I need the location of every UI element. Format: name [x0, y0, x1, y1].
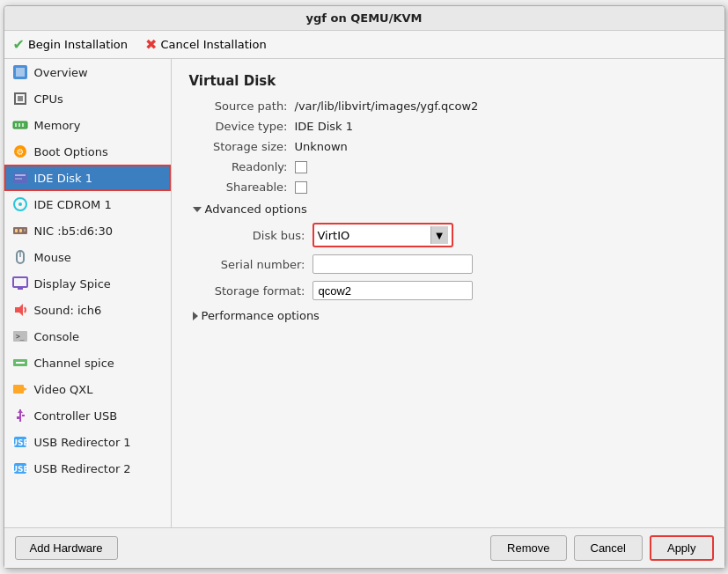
usb-redir-icon: USB — [11, 433, 29, 451]
readonly-label: Readonly: — [189, 160, 295, 173]
performance-arrow-icon — [193, 312, 198, 320]
sidebar-item-mouse[interactable]: Mouse — [4, 244, 171, 270]
svg-rect-12 — [15, 178, 22, 180]
svg-text:>_: >_ — [16, 333, 25, 341]
source-path-label: Source path: — [189, 99, 295, 113]
sidebar-item-controller-usb[interactable]: Controller USB — [4, 402, 171, 429]
sidebar-item-boot-options[interactable]: ⚙ Boot Options — [4, 138, 171, 165]
advanced-options-label: Advanced options — [205, 202, 307, 216]
cpu-icon — [11, 90, 29, 107]
source-path-row: Source path: /var/lib/libvirt/images/ygf… — [189, 99, 707, 113]
sidebar-item-cpus[interactable]: CPUs — [4, 85, 171, 112]
apply-button[interactable]: Apply — [650, 535, 714, 561]
sidebar-item-console[interactable]: >_ Console — [4, 323, 171, 350]
sidebar-item-label: Channel spice — [34, 357, 114, 370]
sidebar-item-memory[interactable]: Memory — [4, 112, 171, 138]
bottom-bar: Add Hardware Remove Cancel Apply — [4, 527, 724, 568]
sidebar-item-ide-disk-1[interactable]: IDE Disk 1 — [4, 165, 171, 191]
advanced-arrow-icon — [193, 207, 202, 212]
sidebar-item-channel-spice[interactable]: Channel spice — [4, 350, 171, 376]
serial-number-input[interactable] — [313, 254, 473, 274]
device-type-row: Device type: IDE Disk 1 — [189, 120, 707, 133]
svg-rect-21 — [13, 277, 27, 287]
svg-point-14 — [18, 202, 22, 206]
advanced-options-section: Disk bus: VirtIO ▼ Serial number: Storag… — [189, 223, 707, 300]
svg-rect-29 — [13, 385, 24, 394]
cdrom-icon — [11, 195, 29, 213]
readonly-row: Readonly: — [189, 160, 707, 173]
disk-bus-select[interactable]: VirtIO ▼ — [313, 223, 453, 247]
svg-rect-3 — [18, 96, 23, 101]
svg-rect-33 — [17, 416, 20, 419]
usb-redir-icon2: USB — [11, 460, 29, 477]
svg-text:USB: USB — [12, 438, 28, 447]
sidebar-item-video-qxl[interactable]: Video QXL — [4, 376, 171, 402]
sidebar-item-sound-ich6[interactable]: Sound: ich6 — [4, 297, 171, 323]
boot-icon: ⚙ — [11, 143, 29, 160]
svg-marker-30 — [24, 387, 27, 391]
svg-rect-7 — [22, 123, 24, 127]
sidebar-item-label: Sound: ich6 — [34, 304, 102, 317]
svg-rect-18 — [24, 229, 26, 232]
sidebar-item-label: Display Spice — [34, 277, 111, 291]
serial-number-label: Serial number: — [207, 258, 313, 271]
storage-format-label: Storage format: — [207, 284, 313, 298]
content-area: Virtual Disk Source path: /var/lib/libvi… — [172, 59, 724, 527]
disk-bus-label: Disk bus: — [207, 229, 313, 242]
x-icon: ✖ — [145, 36, 157, 53]
source-path-value: /var/lib/libvirt/images/ygf.qcow2 — [295, 99, 479, 113]
sound-icon — [11, 301, 29, 319]
sidebar-item-usb-redirector-1[interactable]: USB USB Redirector 1 — [4, 429, 171, 455]
sidebar-item-label: Controller USB — [34, 409, 118, 423]
toolbar: ✔ Begin Installation ✖ Cancel Installati… — [4, 31, 724, 59]
cancel-installation-button[interactable]: ✖ Cancel Installation — [145, 36, 267, 53]
svg-rect-5 — [15, 123, 17, 127]
sidebar-item-label: Mouse — [34, 251, 71, 264]
svg-rect-6 — [18, 123, 20, 127]
svg-text:⚙: ⚙ — [16, 147, 24, 157]
sidebar-item-label: Console — [34, 330, 80, 343]
svg-marker-24 — [15, 304, 23, 316]
disk-bus-row: Disk bus: VirtIO ▼ — [207, 223, 707, 247]
main-area: Overview CPUs Memory ⚙ Boot Options — [4, 59, 724, 527]
sidebar-item-label: NIC :b5:d6:30 — [34, 224, 114, 238]
begin-installation-button[interactable]: ✔ Begin Installation — [13, 36, 129, 53]
advanced-options-header[interactable]: Advanced options — [189, 202, 707, 216]
sidebar: Overview CPUs Memory ⚙ Boot Options — [4, 59, 172, 527]
overview-icon — [11, 63, 29, 81]
sidebar-item-label: Boot Options — [34, 145, 108, 158]
channel-icon — [11, 354, 29, 372]
performance-options-label: Performance options — [202, 309, 320, 322]
cancel-button[interactable]: Cancel — [574, 535, 643, 561]
storage-format-input[interactable] — [313, 281, 473, 300]
title-bar: ygf on QEMU/KVM — [4, 6, 724, 31]
sidebar-item-label: CPUs — [34, 92, 63, 106]
remove-button[interactable]: Remove — [490, 535, 566, 561]
sidebar-item-label: IDE CDROM 1 — [34, 198, 112, 211]
memory-icon — [11, 116, 29, 134]
shareable-checkbox[interactable] — [295, 181, 307, 194]
sidebar-item-label: Video QXL — [34, 383, 93, 396]
readonly-checkbox[interactable] — [295, 161, 307, 173]
usb-icon — [11, 407, 29, 424]
sidebar-item-overview[interactable]: Overview — [4, 59, 171, 85]
sidebar-item-ide-cdrom-1[interactable]: IDE CDROM 1 — [4, 191, 171, 217]
action-buttons: Remove Cancel Apply — [490, 535, 713, 561]
sidebar-item-nic[interactable]: NIC :b5:d6:30 — [4, 217, 171, 244]
performance-options-header[interactable]: Performance options — [189, 309, 707, 322]
sidebar-item-label: Memory — [34, 119, 81, 132]
add-hardware-button[interactable]: Add Hardware — [15, 536, 118, 560]
svg-rect-11 — [15, 174, 26, 176]
svg-rect-23 — [18, 287, 22, 288]
main-window: ygf on QEMU/KVM ✔ Begin Installation ✖ C… — [4, 5, 725, 569]
dropdown-arrow-icon[interactable]: ▼ — [430, 226, 448, 244]
storage-size-value: Unknown — [295, 140, 348, 153]
begin-installation-label: Begin Installation — [28, 38, 128, 51]
video-icon — [11, 380, 29, 398]
shareable-label: Shareable: — [189, 180, 295, 194]
cancel-installation-label: Cancel Installation — [160, 38, 266, 51]
svg-rect-22 — [18, 288, 23, 290]
sidebar-item-display-spice[interactable]: Display Spice — [4, 270, 171, 297]
svg-rect-1 — [16, 68, 25, 77]
sidebar-item-usb-redirector-2[interactable]: USB USB Redirector 2 — [4, 455, 171, 482]
